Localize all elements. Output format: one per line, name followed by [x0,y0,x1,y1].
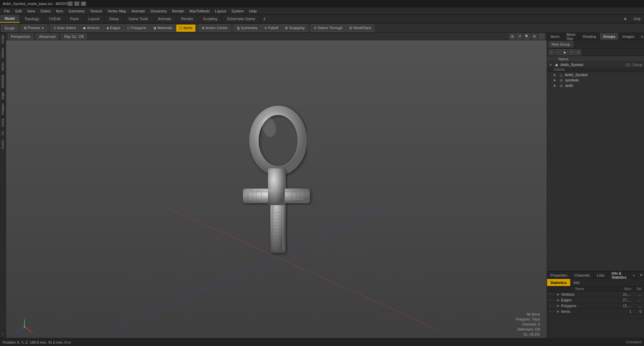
group-child-ankh-symbol[interactable]: ▶ △ Ankh_Symbol [547,72,644,77]
snapping-button[interactable]: ⊞ Snapping [282,24,308,32]
menu-help[interactable]: Help [247,8,260,14]
row-expand-btn-4[interactable]: ▶ [556,310,560,313]
minimize-button[interactable]: ─ [67,1,73,6]
expand-icon[interactable]: ⛶ [539,34,545,40]
rp-tab-images[interactable]: Images [619,33,638,40]
raygl-button[interactable]: Ray GL: Off [61,34,87,40]
menu-select[interactable]: Select [38,8,53,14]
menu-vertex map[interactable]: Vertex Map [105,8,129,14]
sidebar-bottom-icon[interactable]: ○ [0,330,6,338]
workplane-button[interactable]: ⊟ WorkPlane [346,24,374,32]
group-remove-btn[interactable]: − [555,49,561,55]
only-button[interactable]: Only [630,16,644,22]
settings-icon[interactable]: ⚙ [531,34,537,40]
menu-geometry[interactable]: Geometry [66,8,87,14]
menu-texture[interactable]: Texture [88,8,105,14]
restore-button[interactable]: □ [74,1,79,6]
sidebar-sculpt[interactable]: Sculpt [0,33,6,46]
row-expand-btn[interactable]: ▶ [556,293,560,296]
menu-file[interactable]: File [1,8,13,14]
vertices-button[interactable]: ◆ Vertices [80,24,103,32]
tab-animate[interactable]: Animate [153,15,176,23]
viewport[interactable]: Perspective Advanced Ray GL: Off ⊞ ↺ 🔍 ⚙… [6,33,547,338]
stats-row-polygons[interactable]: + − ▶ Polygons 13,.... .... [547,303,644,309]
tab-setup[interactable]: Setup [104,15,124,23]
sidebar-meshedit[interactable]: MeshEdit [0,73,6,90]
menu-layout[interactable]: Layout [212,8,229,14]
select-through-button[interactable]: ⊙ Select Through [311,24,345,32]
rp-tab-items[interactable]: Items [547,33,563,40]
menu-render[interactable]: Render [169,8,187,14]
row-expand-btn-2[interactable]: ▶ [556,298,560,302]
refresh-icon[interactable]: ↺ [517,34,523,40]
bp-tab-properties[interactable]: Properties [547,272,571,279]
materials-button[interactable]: ◑ Materials [150,24,175,32]
tab-topology[interactable]: Topology [20,15,44,23]
new-group-button[interactable]: New Group [548,41,573,47]
menu-edit[interactable]: Edit [13,8,24,14]
close-button[interactable]: ✕ [81,1,86,6]
group-child-symbols[interactable]: ▶ ◎ symbols [547,77,644,83]
tab-layout[interactable]: Layout [84,15,104,23]
menu-animate[interactable]: Animate [129,8,148,14]
add-tab-button[interactable]: + [260,15,268,23]
menu-maxtomodo[interactable]: MaxToModo [187,8,212,14]
bp-tab-info-stats[interactable]: Info & Statistics [608,272,630,279]
bp-close[interactable]: ✕ [638,272,644,278]
row-plus[interactable]: + [548,293,552,296]
group-ankh-symbol[interactable]: ▼ ◉ Ankh_Symbol (2) : Group [547,62,644,67]
action-center-button[interactable]: ⊕ Action Center [199,24,231,32]
row-expand-btn-3[interactable]: ▶ [556,304,560,307]
group-add-btn[interactable]: + [548,49,554,55]
group-play-btn[interactable]: ▶ [562,49,568,55]
sidebar-edge[interactable]: Edge [0,90,6,101]
polygons-button[interactable]: ◻ Polygons [124,24,149,32]
menu-item[interactable]: Item [53,8,66,14]
tab-render[interactable]: Render [176,15,198,23]
tab-scripting[interactable]: Scripting [198,15,222,23]
st-tab-info[interactable]: Info [570,279,583,286]
sidebar-uv[interactable]: UV [0,129,6,137]
edges-button[interactable]: ◈ Edges [103,24,123,32]
menu-system[interactable]: System [229,8,247,14]
row-plus-3[interactable]: + [548,304,552,307]
bp-tab-channels[interactable]: Channels [571,272,593,279]
st-tab-statistics[interactable]: Statistics [547,279,570,286]
tab-gametools[interactable]: Game Tools [124,15,153,23]
menu-view[interactable]: View [24,8,38,14]
symmetry-button[interactable]: ⧎ Symmetry [234,24,261,32]
zoom-icon[interactable]: 🔍 [524,34,530,40]
stats-row-edges[interactable]: + − ▶ Edges 27,.... .... [547,297,644,303]
row-plus-2[interactable]: + [548,298,552,302]
presets-button[interactable]: ⊞ Presets ▼ [21,24,47,32]
row-minus-2[interactable]: − [552,298,556,302]
tab-schematic[interactable]: Schematic Game [222,15,260,23]
row-minus-3[interactable]: − [552,304,556,307]
fullscreen-icon[interactable]: ⊞ [509,34,515,40]
rp-tab-groups[interactable]: Groups [600,33,619,40]
rp-tab-meshops[interactable]: Mesh Ops [563,33,579,40]
sidebar-fusion[interactable]: Fusion [0,137,6,151]
perspective-button[interactable]: Perspective [8,34,33,40]
advanced-button[interactable]: Advanced [36,34,58,40]
sidebar-polygon[interactable]: Polygon [0,101,6,117]
group-stop-btn[interactable]: □ [569,49,575,55]
viewport-bg[interactable]: X Z Y No Items Polygons : Face Channels:… [6,40,547,338]
tab-model[interactable]: Model [0,15,20,23]
row-plus-4[interactable]: + [548,310,552,313]
bp-tab-lists[interactable]: Lists [594,272,608,279]
stats-row-vertices[interactable]: + − ▶ Vertices 14,.... .... [547,292,644,297]
menu-dynamics[interactable]: Dynamics [148,8,169,14]
rp-tab-shading[interactable]: Shading [579,33,600,40]
group-child-ankh[interactable]: ▶ ◎ ankh [547,83,644,88]
auto-select-button[interactable]: ⊙ Auto Select [50,24,79,32]
sidebar-curve[interactable]: Curve [0,116,6,129]
row-minus-4[interactable]: − [552,310,556,313]
falloff-button[interactable]: ⊙ Falloff [261,24,281,32]
sculpt-button[interactable]: Sculpt [1,24,18,32]
bp-add-tab[interactable]: + [630,273,637,278]
rp-add-tab[interactable]: + [638,33,644,40]
stats-row-items[interactable]: + − ▶ Items 1 0 [547,309,644,314]
group-hex-btn[interactable]: ⬡ [575,49,581,55]
sidebar-vertex[interactable]: Vertex [0,60,6,73]
